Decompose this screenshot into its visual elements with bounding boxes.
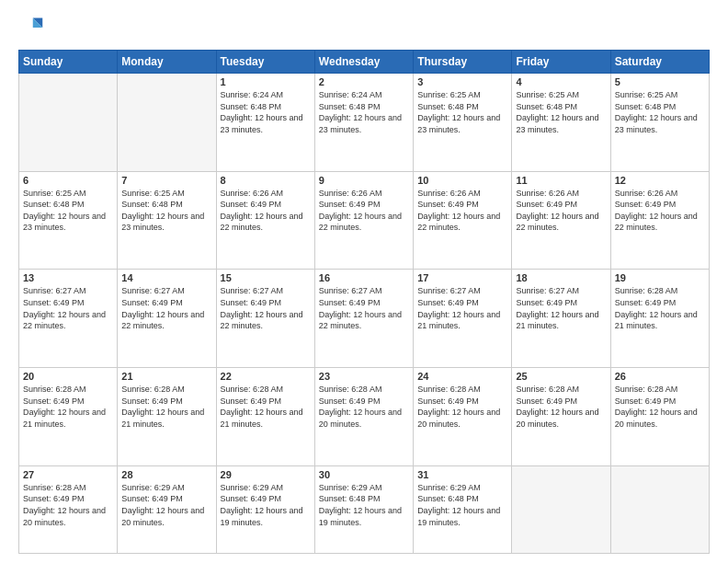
calendar-day-cell: 22Sunrise: 6:28 AMSunset: 6:49 PMDayligh…: [216, 368, 314, 466]
day-info: Sunrise: 6:29 AMSunset: 6:49 PMDaylight:…: [221, 482, 311, 528]
calendar-day-cell: 4Sunrise: 6:25 AMSunset: 6:48 PMDaylight…: [512, 74, 610, 172]
day-info: Sunrise: 6:24 AMSunset: 6:48 PMDaylight:…: [319, 89, 409, 135]
day-info: Sunrise: 6:25 AMSunset: 6:48 PMDaylight:…: [23, 188, 113, 234]
day-info: Sunrise: 6:29 AMSunset: 6:48 PMDaylight:…: [417, 482, 507, 528]
calendar-day-cell: 14Sunrise: 6:27 AMSunset: 6:49 PMDayligh…: [118, 270, 216, 368]
logo: [18, 15, 48, 40]
day-info: Sunrise: 6:25 AMSunset: 6:48 PMDaylight:…: [516, 89, 606, 135]
day-number: 14: [121, 272, 211, 283]
day-info: Sunrise: 6:27 AMSunset: 6:49 PMDaylight:…: [319, 285, 409, 331]
day-number: 23: [319, 371, 409, 382]
day-info: Sunrise: 6:27 AMSunset: 6:49 PMDaylight:…: [121, 285, 211, 331]
calendar-day-cell: 9Sunrise: 6:26 AMSunset: 6:49 PMDaylight…: [314, 171, 413, 270]
day-number: 13: [23, 272, 113, 283]
day-number: 31: [417, 469, 507, 480]
calendar-week-row: 6Sunrise: 6:25 AMSunset: 6:48 PMDaylight…: [19, 171, 710, 270]
day-info: Sunrise: 6:24 AMSunset: 6:48 PMDaylight:…: [221, 89, 311, 135]
calendar-day-cell: 30Sunrise: 6:29 AMSunset: 6:48 PMDayligh…: [314, 465, 413, 553]
day-info: Sunrise: 6:29 AMSunset: 6:48 PMDaylight:…: [319, 482, 409, 528]
day-number: 11: [516, 175, 606, 186]
day-info: Sunrise: 6:27 AMSunset: 6:49 PMDaylight:…: [23, 285, 113, 331]
day-number: 9: [319, 175, 409, 186]
day-number: 28: [121, 469, 211, 480]
day-info: Sunrise: 6:26 AMSunset: 6:49 PMDaylight:…: [516, 188, 606, 234]
calendar-day-cell: 2Sunrise: 6:24 AMSunset: 6:48 PMDaylight…: [314, 74, 413, 172]
day-number: 1: [221, 76, 311, 87]
day-number: 22: [221, 371, 311, 382]
day-number: 5: [615, 76, 705, 87]
day-info: Sunrise: 6:28 AMSunset: 6:49 PMDaylight:…: [417, 384, 507, 430]
weekday-header-cell: Wednesday: [314, 51, 413, 74]
calendar-day-cell: 28Sunrise: 6:29 AMSunset: 6:49 PMDayligh…: [118, 465, 216, 553]
day-number: 18: [516, 272, 606, 283]
day-info: Sunrise: 6:28 AMSunset: 6:49 PMDaylight:…: [319, 384, 409, 430]
calendar-day-cell: 13Sunrise: 6:27 AMSunset: 6:49 PMDayligh…: [19, 270, 118, 368]
day-info: Sunrise: 6:26 AMSunset: 6:49 PMDaylight:…: [319, 188, 409, 234]
day-info: Sunrise: 6:28 AMSunset: 6:49 PMDaylight:…: [23, 384, 113, 430]
day-number: 19: [615, 272, 705, 283]
day-number: 12: [615, 175, 705, 186]
calendar-table: SundayMondayTuesdayWednesdayThursdayFrid…: [18, 50, 710, 554]
calendar-day-cell: [118, 74, 216, 172]
day-number: 30: [319, 469, 409, 480]
day-number: 4: [516, 76, 606, 87]
calendar-day-cell: [19, 74, 118, 172]
day-info: Sunrise: 6:27 AMSunset: 6:49 PMDaylight:…: [417, 285, 507, 331]
calendar-day-cell: 23Sunrise: 6:28 AMSunset: 6:49 PMDayligh…: [314, 368, 413, 466]
calendar-day-cell: 25Sunrise: 6:28 AMSunset: 6:49 PMDayligh…: [512, 368, 610, 466]
calendar-body: 1Sunrise: 6:24 AMSunset: 6:48 PMDaylight…: [19, 74, 710, 554]
calendar-day-cell: 16Sunrise: 6:27 AMSunset: 6:49 PMDayligh…: [314, 270, 413, 368]
day-info: Sunrise: 6:26 AMSunset: 6:49 PMDaylight:…: [615, 188, 705, 234]
day-info: Sunrise: 6:28 AMSunset: 6:49 PMDaylight:…: [615, 285, 705, 331]
calendar-day-cell: 21Sunrise: 6:28 AMSunset: 6:49 PMDayligh…: [118, 368, 216, 466]
day-number: 25: [516, 371, 606, 382]
calendar-day-cell: 3Sunrise: 6:25 AMSunset: 6:48 PMDaylight…: [414, 74, 512, 172]
day-info: Sunrise: 6:28 AMSunset: 6:49 PMDaylight:…: [23, 482, 113, 528]
day-info: Sunrise: 6:29 AMSunset: 6:49 PMDaylight:…: [121, 482, 211, 528]
header: [18, 15, 710, 40]
weekday-header-row: SundayMondayTuesdayWednesdayThursdayFrid…: [19, 51, 710, 74]
day-number: 24: [417, 371, 507, 382]
day-info: Sunrise: 6:28 AMSunset: 6:49 PMDaylight:…: [221, 384, 311, 430]
day-number: 27: [23, 469, 113, 480]
calendar-week-row: 27Sunrise: 6:28 AMSunset: 6:49 PMDayligh…: [19, 465, 710, 553]
calendar-day-cell: [610, 465, 709, 553]
day-info: Sunrise: 6:28 AMSunset: 6:49 PMDaylight:…: [121, 384, 211, 430]
calendar-day-cell: 8Sunrise: 6:26 AMSunset: 6:49 PMDaylight…: [216, 171, 314, 270]
day-info: Sunrise: 6:26 AMSunset: 6:49 PMDaylight:…: [221, 188, 311, 234]
weekday-header-cell: Sunday: [19, 51, 118, 74]
day-info: Sunrise: 6:28 AMSunset: 6:49 PMDaylight:…: [516, 384, 606, 430]
weekday-header-cell: Saturday: [610, 51, 709, 74]
day-number: 20: [23, 371, 113, 382]
calendar-day-cell: 5Sunrise: 6:25 AMSunset: 6:48 PMDaylight…: [610, 74, 709, 172]
weekday-header-cell: Friday: [512, 51, 610, 74]
calendar-day-cell: 18Sunrise: 6:27 AMSunset: 6:49 PMDayligh…: [512, 270, 610, 368]
day-info: Sunrise: 6:26 AMSunset: 6:49 PMDaylight:…: [417, 188, 507, 234]
calendar-day-cell: 27Sunrise: 6:28 AMSunset: 6:49 PMDayligh…: [19, 465, 118, 553]
day-number: 2: [319, 76, 409, 87]
calendar-day-cell: 7Sunrise: 6:25 AMSunset: 6:48 PMDaylight…: [118, 171, 216, 270]
calendar-day-cell: 24Sunrise: 6:28 AMSunset: 6:49 PMDayligh…: [414, 368, 512, 466]
calendar-day-cell: 19Sunrise: 6:28 AMSunset: 6:49 PMDayligh…: [610, 270, 709, 368]
weekday-header-cell: Monday: [118, 51, 216, 74]
day-number: 17: [417, 272, 507, 283]
calendar-day-cell: 1Sunrise: 6:24 AMSunset: 6:48 PMDaylight…: [216, 74, 314, 172]
day-info: Sunrise: 6:28 AMSunset: 6:49 PMDaylight:…: [615, 384, 705, 430]
day-number: 3: [417, 76, 507, 87]
day-info: Sunrise: 6:25 AMSunset: 6:48 PMDaylight:…: [121, 188, 211, 234]
day-info: Sunrise: 6:25 AMSunset: 6:48 PMDaylight:…: [417, 89, 507, 135]
day-info: Sunrise: 6:27 AMSunset: 6:49 PMDaylight:…: [221, 285, 311, 331]
calendar-week-row: 1Sunrise: 6:24 AMSunset: 6:48 PMDaylight…: [19, 74, 710, 172]
calendar-day-cell: 29Sunrise: 6:29 AMSunset: 6:49 PMDayligh…: [216, 465, 314, 553]
calendar-day-cell: 6Sunrise: 6:25 AMSunset: 6:48 PMDaylight…: [19, 171, 118, 270]
calendar-day-cell: 17Sunrise: 6:27 AMSunset: 6:49 PMDayligh…: [414, 270, 512, 368]
day-number: 26: [615, 371, 705, 382]
calendar-day-cell: 12Sunrise: 6:26 AMSunset: 6:49 PMDayligh…: [610, 171, 709, 270]
day-number: 21: [121, 371, 211, 382]
day-number: 29: [221, 469, 311, 480]
weekday-header-cell: Tuesday: [216, 51, 314, 74]
calendar-day-cell: [512, 465, 610, 553]
logo-icon: [18, 15, 44, 40]
page: SundayMondayTuesdayWednesdayThursdayFrid…: [0, 0, 728, 563]
calendar-day-cell: 26Sunrise: 6:28 AMSunset: 6:49 PMDayligh…: [610, 368, 709, 466]
